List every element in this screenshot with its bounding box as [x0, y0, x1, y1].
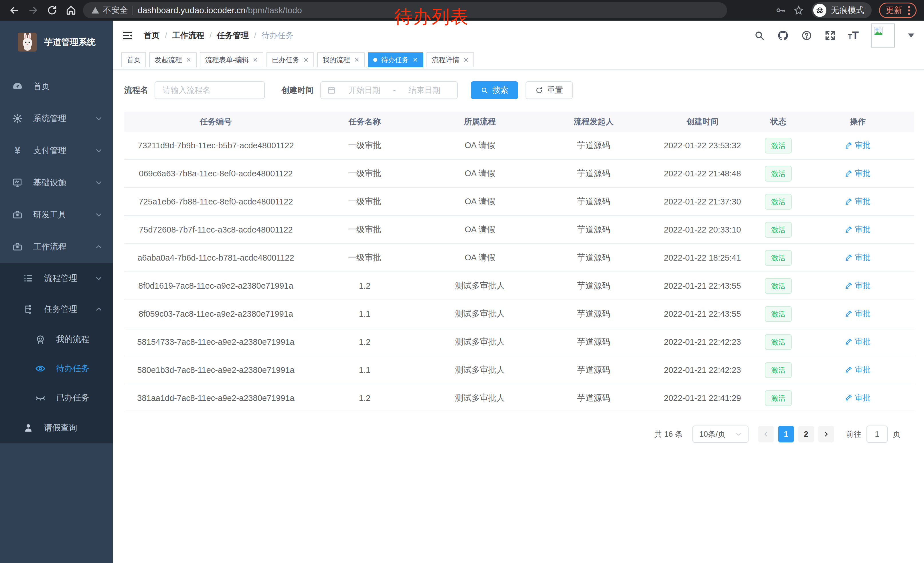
page-button-1[interactable]: 1: [778, 426, 794, 443]
page-size-select[interactable]: 10条/页: [692, 426, 748, 443]
search-icon[interactable]: [754, 30, 765, 41]
font-size-icon[interactable]: TT: [848, 30, 859, 42]
prev-page-button[interactable]: [758, 426, 774, 443]
tab-todo-task-active[interactable]: 待办任务: [368, 53, 423, 67]
incognito-label: 无痕模式: [831, 5, 864, 16]
sidebar-item-todo-task[interactable]: 待办任务: [0, 354, 113, 383]
date-range-picker[interactable]: 开始日期 - 结束日期: [320, 81, 458, 99]
tab-my-process[interactable]: 我的流程: [317, 53, 364, 67]
tab-home[interactable]: 首页: [122, 53, 146, 67]
password-key-icon[interactable]: [776, 5, 786, 15]
close-icon[interactable]: [186, 57, 191, 62]
close-icon[interactable]: [303, 57, 309, 62]
process-name-label: 流程名: [124, 85, 148, 96]
chevron-up-icon: [95, 306, 102, 313]
close-icon[interactable]: [464, 57, 469, 62]
sidebar-item-label: 首页: [33, 81, 102, 92]
breadcrumb-item[interactable]: 任务管理: [217, 30, 249, 41]
close-icon[interactable]: [253, 57, 258, 62]
browser-forward-icon[interactable]: [26, 3, 40, 17]
total-count: 共 16 条: [654, 429, 683, 439]
process-name-input[interactable]: [154, 81, 265, 99]
sidebar-item-task-mgmt[interactable]: 任务管理: [0, 294, 113, 325]
github-icon[interactable]: [777, 30, 789, 42]
edit-pen-icon: [845, 338, 852, 345]
broken-image-icon: [873, 26, 883, 36]
avatar[interactable]: [871, 24, 895, 48]
status-badge: 激活: [765, 250, 792, 266]
next-page-button[interactable]: [818, 426, 834, 443]
search-button[interactable]: 搜索: [471, 81, 518, 99]
sidebar-item-label: 已办任务: [56, 392, 102, 404]
create-time-label: 创建时间: [281, 85, 314, 96]
approve-link[interactable]: 审批: [845, 224, 870, 234]
close-icon[interactable]: [354, 57, 359, 62]
column-header: 流程发起人: [538, 116, 650, 127]
security-warning[interactable]: 不安全: [91, 5, 128, 16]
sidebar-item-pay[interactable]: ¥ 支付管理: [0, 135, 113, 167]
approve-link[interactable]: 审批: [845, 393, 870, 403]
page-button-2[interactable]: 2: [798, 426, 814, 443]
browser-back-icon[interactable]: [8, 3, 21, 17]
sidebar-item-infra[interactable]: 基础设施: [0, 167, 113, 199]
tab-done-task[interactable]: 已办任务: [267, 53, 314, 67]
tab-start-process[interactable]: 发起流程: [149, 53, 196, 67]
url-text[interactable]: dashboard.yudao.iocoder.cn/bpm/task/todo: [138, 6, 302, 15]
eye-icon: [34, 363, 46, 374]
table-row: 8f0d1619-7ac8-11ec-a9e2-a2380e71991a 1.2…: [124, 272, 914, 300]
sidebar-item-system[interactable]: 系统管理: [0, 102, 113, 135]
approve-label: 审批: [855, 336, 870, 347]
status-badge: 激活: [765, 334, 792, 350]
update-button[interactable]: 更新: [879, 3, 916, 18]
approve-link[interactable]: 审批: [845, 365, 870, 375]
sidebar-item-label: 流程管理: [44, 273, 95, 284]
sidebar-item-workflow[interactable]: 工作流程: [0, 231, 113, 263]
task-name: 1.2: [308, 393, 422, 403]
approve-link[interactable]: 审批: [845, 168, 870, 179]
sidebar-item-done-task[interactable]: 已办任务: [0, 383, 113, 412]
sidebar-item-leave-query[interactable]: 请假查询: [0, 412, 113, 443]
browser-menu-icon[interactable]: [908, 6, 910, 15]
tab-label: 已办任务: [272, 55, 299, 65]
close-icon[interactable]: [413, 57, 418, 62]
breadcrumb-item[interactable]: 首页: [144, 30, 160, 41]
approve-link[interactable]: 审批: [845, 336, 870, 347]
tab-process-form-edit[interactable]: 流程表单-编辑: [200, 53, 263, 67]
incognito-badge: 无痕模式: [812, 2, 872, 18]
edit-pen-icon: [845, 226, 852, 233]
sidebar: 芋道管理系统 首页 系统管理 ¥ 支付管理: [0, 21, 113, 563]
bookmark-star-icon[interactable]: [793, 5, 804, 16]
sidebar-collapse-icon[interactable]: [122, 30, 134, 42]
sidebar-item-process-mgmt[interactable]: 流程管理: [0, 263, 113, 294]
fullscreen-icon[interactable]: [824, 30, 836, 41]
tab-process-detail[interactable]: 流程详情: [426, 53, 474, 67]
browser-reload-icon[interactable]: [45, 3, 59, 17]
help-icon[interactable]: [801, 30, 812, 41]
reset-button[interactable]: 重置: [525, 81, 573, 99]
avatar-dropdown-caret[interactable]: [908, 33, 914, 38]
approve-link[interactable]: 审批: [845, 252, 870, 263]
goto-page-input[interactable]: [867, 426, 888, 443]
status-badge: 激活: [765, 306, 792, 322]
task-id: 58154733-7ac8-11ec-a9e2-a2380e71991a: [124, 337, 308, 347]
edit-pen-icon: [845, 170, 852, 177]
breadcrumb-item[interactable]: 工作流程: [172, 30, 204, 41]
browser-actions: 无痕模式 更新: [776, 2, 916, 18]
sidebar-item-dev[interactable]: 研发工具: [0, 199, 113, 231]
process-starter: 芋道源码: [538, 140, 650, 151]
reset-button-label: 重置: [547, 85, 563, 96]
table-row: 580e1b3d-7ac8-11ec-a9e2-a2380e71991a 1.1…: [124, 356, 914, 384]
tab-label: 待办任务: [381, 55, 409, 65]
sidebar-item-my-process[interactable]: 我的流程: [0, 325, 113, 354]
approve-label: 审批: [855, 393, 870, 403]
process-name: OA 请假: [422, 252, 538, 263]
approve-link[interactable]: 审批: [845, 196, 870, 206]
approve-link[interactable]: 审批: [845, 280, 870, 291]
browser-home-icon[interactable]: [64, 3, 78, 17]
sidebar-item-home[interactable]: 首页: [0, 71, 113, 102]
sidebar-item-label: 我的流程: [56, 333, 102, 345]
approve-link[interactable]: 审批: [845, 308, 870, 319]
approve-link[interactable]: 审批: [845, 140, 870, 150]
column-header: 创建时间: [650, 116, 755, 127]
yen-icon: ¥: [12, 145, 24, 157]
